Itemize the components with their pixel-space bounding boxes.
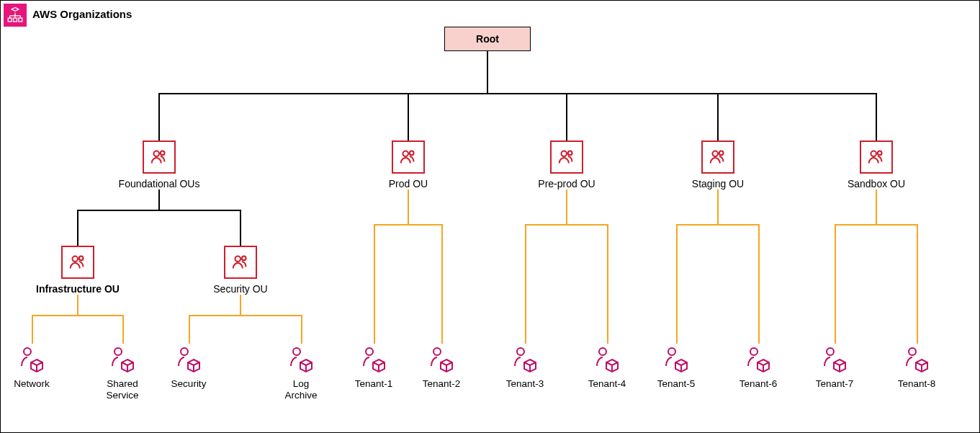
account-log-archive-label: LogArchive xyxy=(265,378,337,401)
account-tenant-4-icon xyxy=(592,344,622,374)
ou-staging-icon xyxy=(701,140,734,174)
svg-point-35 xyxy=(366,348,373,355)
account-shared-service-icon xyxy=(107,344,138,374)
account-tenant-8-icon xyxy=(902,344,932,374)
svg-marker-0 xyxy=(12,7,19,11)
svg-point-53 xyxy=(827,348,834,355)
ou-prod-label: Prod OU xyxy=(351,178,466,189)
svg-point-32 xyxy=(293,348,300,355)
account-tenant-7-icon xyxy=(819,344,850,374)
svg-point-50 xyxy=(750,348,758,355)
account-tenant-3-label: Tenant-3 xyxy=(489,378,561,390)
ou-staging-label: Staging OU xyxy=(660,178,776,189)
svg-point-16 xyxy=(719,151,724,156)
account-tenant-6-label: Tenant-6 xyxy=(722,378,794,390)
svg-rect-6 xyxy=(8,18,12,22)
svg-point-13 xyxy=(562,151,567,157)
svg-point-38 xyxy=(433,348,441,355)
root-node: Root xyxy=(444,27,531,51)
account-security-icon xyxy=(174,344,204,374)
svg-point-14 xyxy=(568,151,572,156)
svg-point-26 xyxy=(114,348,122,355)
svg-point-18 xyxy=(878,151,882,156)
ou-security-ou-label: Security OU xyxy=(183,283,298,295)
account-tenant-2-label: Tenant-2 xyxy=(405,378,477,390)
svg-point-41 xyxy=(517,348,524,355)
svg-point-12 xyxy=(410,151,414,156)
svg-point-47 xyxy=(668,348,675,355)
svg-point-9 xyxy=(154,151,160,157)
account-network-icon xyxy=(17,344,47,374)
svg-point-11 xyxy=(403,151,409,157)
diagram-canvas: AWS Organizations Root Foundational OUs … xyxy=(0,0,980,433)
account-security-label: Security xyxy=(153,378,225,390)
svg-point-20 xyxy=(79,256,84,261)
account-tenant-4-label: Tenant-4 xyxy=(571,378,643,390)
account-shared-service-label: SharedService xyxy=(86,378,158,401)
ou-infrastructure-label: Infrastructure OU xyxy=(20,283,135,295)
svg-rect-7 xyxy=(14,18,17,22)
svg-point-22 xyxy=(242,256,246,261)
account-log-archive-icon xyxy=(286,344,316,374)
account-tenant-8-label: Tenant-8 xyxy=(881,378,953,390)
ou-prod-icon xyxy=(392,140,425,174)
ou-foundational-icon xyxy=(143,140,176,174)
ou-sandbox-icon xyxy=(860,140,893,174)
svg-point-15 xyxy=(713,151,719,157)
account-tenant-3-icon xyxy=(510,344,540,374)
root-label: Root xyxy=(476,33,499,45)
svg-rect-8 xyxy=(19,18,22,22)
svg-point-29 xyxy=(181,348,188,355)
ou-security-ou-icon xyxy=(224,246,257,279)
svg-point-56 xyxy=(909,348,916,355)
ou-preprod-icon xyxy=(550,140,583,174)
account-tenant-7-label: Tenant-7 xyxy=(799,378,871,390)
svg-point-21 xyxy=(235,256,241,262)
aws-organizations-icon xyxy=(4,4,27,27)
ou-sandbox-label: Sandbox OU xyxy=(819,178,934,189)
account-tenant-2-icon xyxy=(426,344,457,374)
svg-point-10 xyxy=(161,151,165,156)
account-tenant-1-icon xyxy=(359,344,389,374)
account-network-label: Network xyxy=(0,378,68,390)
svg-point-17 xyxy=(871,151,877,157)
ou-infrastructure-icon xyxy=(61,246,94,279)
diagram-title: AWS Organizations xyxy=(32,8,132,20)
ou-preprod-label: Pre-prod OU xyxy=(509,178,624,189)
account-tenant-5-icon xyxy=(661,344,691,374)
account-tenant-5-label: Tenant-5 xyxy=(640,378,712,390)
ou-foundational-label: Foundational OUs xyxy=(102,178,217,189)
account-tenant-6-icon xyxy=(743,344,773,374)
svg-point-19 xyxy=(73,256,78,262)
svg-point-23 xyxy=(24,348,31,355)
account-tenant-1-label: Tenant-1 xyxy=(338,378,410,390)
svg-point-44 xyxy=(599,348,606,355)
